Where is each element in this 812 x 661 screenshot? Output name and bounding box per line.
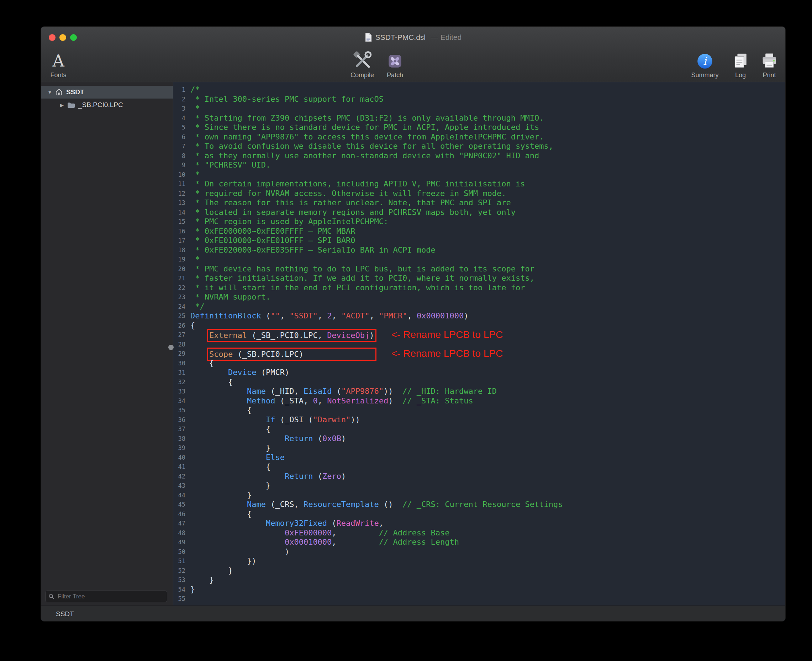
code-line: 53 }	[173, 575, 785, 585]
code-line-text: {	[185, 425, 270, 434]
line-number: 53	[173, 575, 185, 585]
status-path: SSDT	[56, 610, 74, 618]
code-line: 19 *	[173, 255, 785, 264]
code-line: 6 * own naming "APP9876" to access this …	[173, 133, 785, 142]
code-line-text: }	[185, 481, 270, 490]
code-line: 16 * 0xFE000000~0xFE00FFFF — PMC MBAR	[173, 227, 785, 236]
line-number: 5	[173, 123, 185, 133]
line-number: 35	[173, 406, 185, 415]
line-number: 49	[173, 538, 185, 547]
code-line: 1/*	[173, 85, 785, 95]
code-line-text: }	[185, 575, 214, 585]
code-line-text: If (_OSI ("Darwin"))	[185, 415, 360, 425]
line-number: 34	[173, 396, 185, 406]
compile-tools-icon	[352, 50, 372, 70]
line-number: 54	[173, 585, 185, 594]
code-line: 40 Else	[173, 453, 785, 463]
search-icon	[48, 593, 54, 599]
code-line: 4 * Starting from Z390 chipsets PMC (D31…	[173, 113, 785, 123]
line-number: 37	[173, 425, 185, 434]
code-line-text: * required for NVRAM access. Otherwise i…	[185, 189, 506, 198]
print-button[interactable]: Print	[750, 49, 786, 79]
code-line: 2 * Intel 300-series PMC support for mac…	[173, 95, 785, 104]
code-line-text: * Starting from Z390 chipsets PMC (D31:F…	[185, 113, 544, 123]
code-line-text: * own naming "APP9876" to access this de…	[185, 133, 544, 142]
code-line-text: * To avoid confusion we disable this dev…	[185, 142, 553, 151]
code-editor[interactable]: 1/*2 * Intel 300-series PMC support for …	[173, 82, 785, 605]
code-line-text: * as they normally use another non-stand…	[185, 151, 539, 161]
code-line: 3 *	[173, 104, 785, 113]
code-line-text: {	[185, 509, 252, 519]
code-line: 44 }	[173, 490, 785, 500]
code-line: 39 }	[173, 443, 785, 453]
code-line: 36 If (_OSI ("Darwin"))	[173, 415, 785, 425]
line-number: 41	[173, 462, 185, 472]
code-line: 48 0xFE000000, // Address Base	[173, 528, 785, 538]
sidebar-item-lpc[interactable]: ▶ _SB.PCI0.LPC	[41, 99, 173, 111]
line-number: 11	[173, 179, 185, 189]
code-line-text: *	[185, 104, 200, 113]
code-line: 8 * as they normally use another non-sta…	[173, 151, 785, 161]
code-line-text: * it will start in the end of PCI config…	[185, 283, 525, 293]
code-line: 7 * To avoid confusion we disable this d…	[173, 142, 785, 151]
line-number: 23	[173, 292, 185, 302]
line-number: 55	[173, 594, 185, 604]
line-number: 29	[173, 349, 185, 359]
rename-highlight-box: Scope (_SB.PCI0.LPC)	[209, 350, 374, 359]
code-line-text: * located in separate memory regions and…	[185, 208, 516, 217]
code-line-text: External (_SB_.PCI0.LPC, DeviceObj)<- Re…	[185, 330, 503, 340]
line-number: 38	[173, 434, 185, 444]
code-line-text: * 0xFE020000~0xFE035FFF — SerialIo BAR i…	[185, 246, 436, 255]
code-line-text: Name (_CRS, ResourceTemplate () // _CRS:…	[185, 500, 563, 509]
code-line-text: * "PCHRESV" UID.	[185, 160, 270, 170]
code-line: 9 * "PCHRESV" UID.	[173, 160, 785, 170]
code-line-text: Scope (_SB.PCI0.LPC) <- Rename LPCB to L…	[185, 349, 503, 359]
code-line: 23 * NVRAM support.	[173, 292, 785, 302]
close-button[interactable]	[49, 34, 56, 41]
sidebar-item-ssdt[interactable]: ▼ SSDT	[41, 86, 173, 99]
line-number: 26	[173, 321, 185, 330]
filter-tree-field	[45, 591, 167, 602]
code-line-text	[185, 340, 190, 350]
code-line-text: )	[185, 547, 289, 557]
info-icon: i	[696, 52, 714, 70]
home-icon	[55, 89, 63, 96]
rename-annotation: <- Rename LPCB to LPC	[392, 329, 503, 340]
zoom-button[interactable]	[70, 34, 77, 41]
fonts-button[interactable]: A Fonts	[41, 49, 78, 79]
disclosure-closed-icon[interactable]: ▶	[58, 102, 66, 108]
code-line: 24 */	[173, 302, 785, 311]
line-number: 2	[173, 95, 185, 104]
code-line-text: 0xFE000000, // Address Base	[185, 528, 450, 538]
line-number: 36	[173, 415, 185, 425]
code-line-text	[185, 594, 190, 604]
line-number: 14	[173, 208, 185, 217]
log-pages-icon	[732, 52, 750, 70]
code-line-text: * Intel 300-series PMC support for macOS	[185, 95, 384, 104]
code-line: 25DefinitionBlock ("", "SSDT", 2, "ACDT"…	[173, 311, 785, 321]
line-number: 18	[173, 246, 185, 255]
code-line-text: }	[185, 443, 270, 453]
disclosure-open-icon[interactable]: ▼	[46, 89, 54, 95]
rename-highlight-box: External (_SB_.PCI0.LPC, DeviceObj)	[209, 331, 374, 340]
line-number: 9	[173, 160, 185, 170]
patch-button[interactable]: Patch	[376, 49, 414, 79]
sidebar-tree: ▼ SSDT ▶ _SB.PCI0.LPC	[41, 82, 173, 605]
code-line: 22 * it will start in the end of PCI con…	[173, 283, 785, 293]
code-line-text: {	[185, 321, 195, 330]
summary-button[interactable]: i Summary	[685, 49, 724, 79]
code-line-text: * On certain implementations, including …	[185, 179, 525, 189]
fonts-icon: A	[52, 51, 64, 70]
code-line: 45 Name (_CRS, ResourceTemplate () // _C…	[173, 500, 785, 509]
sidebar-item-label: _SB.PCI0.LPC	[78, 101, 123, 109]
code-line-text: {	[185, 406, 252, 415]
line-number: 21	[173, 274, 185, 283]
window-title-text: SSDT-PMC.dsl	[376, 33, 425, 42]
minimize-button[interactable]	[59, 34, 66, 41]
line-number: 15	[173, 217, 185, 227]
line-number: 28	[173, 340, 185, 350]
sidebar-item-label: SSDT	[66, 88, 84, 96]
line-number: 52	[173, 566, 185, 576]
filter-tree-input[interactable]	[45, 591, 167, 602]
code-line: 5 * Since there is no standard device fo…	[173, 123, 785, 133]
